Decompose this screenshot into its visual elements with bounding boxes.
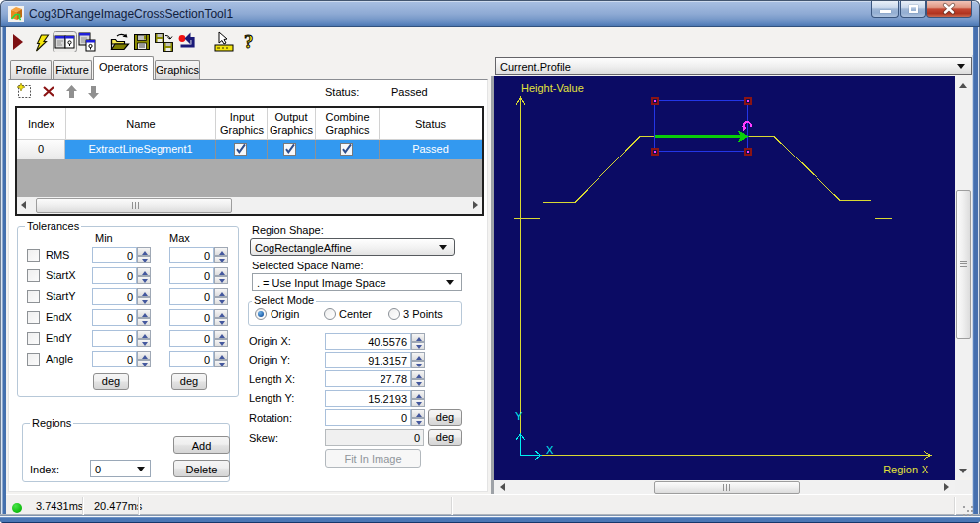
svg-text:X: X: [546, 444, 554, 456]
svg-text:Y: Y: [515, 410, 523, 422]
svg-text:Region-X: Region-X: [883, 464, 929, 475]
svg-text:Height-Value: Height-Value: [521, 82, 584, 94]
svg-text:?: ?: [244, 31, 254, 52]
